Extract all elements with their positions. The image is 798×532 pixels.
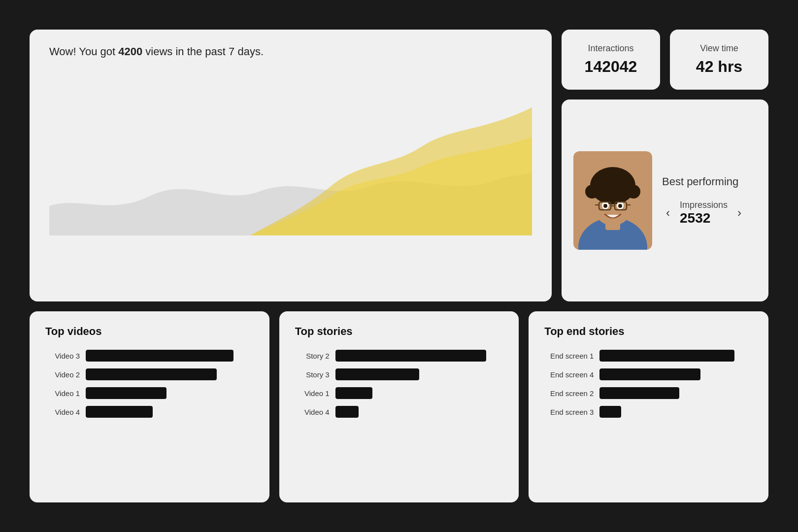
list-item: Story 3 <box>295 368 503 380</box>
top-videos-bars: Video 3Video 2Video 1Video 4 <box>45 350 254 418</box>
bar-label: Video 2 <box>45 370 80 379</box>
bar-fill <box>335 406 359 418</box>
viewtime-label: View time <box>700 43 738 54</box>
top-videos-card: Top videos Video 3Video 2Video 1Video 4 <box>30 311 269 502</box>
list-item: Story 2 <box>295 350 503 362</box>
top-stories-card: Top stories Story 2Story 3Video 1Video 4 <box>279 311 519 502</box>
bar-track <box>599 406 753 418</box>
bar-fill <box>599 350 734 362</box>
chart-title-bold: 4200 <box>118 45 142 58</box>
top-stories-title: Top stories <box>295 325 503 338</box>
top-end-stories-card: Top end stories End screen 1End screen 4… <box>529 311 768 502</box>
best-performing-card: Best performing ‹ Impressions 2532 › <box>562 100 768 301</box>
bottom-section: Top videos Video 3Video 2Video 1Video 4 … <box>30 311 768 502</box>
chart-title-pre: Wow! You got <box>49 45 118 58</box>
bar-label: Video 4 <box>45 408 80 416</box>
bar-label: Story 3 <box>295 370 330 379</box>
best-thumbnail <box>573 151 652 250</box>
list-item: Video 4 <box>295 406 503 418</box>
viewtime-value: 42 hrs <box>696 58 742 76</box>
list-item: End screen 3 <box>544 406 753 418</box>
list-item: Video 1 <box>45 387 254 399</box>
top-end-stories-title: Top end stories <box>544 325 753 338</box>
dashboard: Wow! You got 4200 views in the past 7 da… <box>30 30 768 502</box>
list-item: End screen 2 <box>544 387 753 399</box>
bar-fill <box>86 350 233 362</box>
top-videos-title: Top videos <box>45 325 254 338</box>
bar-label: End screen 3 <box>544 408 594 416</box>
person-illustration <box>573 151 652 250</box>
bar-track <box>86 350 254 362</box>
bar-label: Video 1 <box>295 389 330 398</box>
list-item: End screen 1 <box>544 350 753 362</box>
best-label: Best performing <box>662 175 757 188</box>
svg-point-11 <box>608 172 618 182</box>
prev-button[interactable]: ‹ <box>662 204 674 222</box>
best-nav: ‹ Impressions 2532 › <box>662 200 757 226</box>
list-item: End screen 4 <box>544 368 753 380</box>
bar-fill <box>599 387 679 399</box>
bar-fill <box>86 406 153 418</box>
bar-fill <box>335 387 372 399</box>
next-button[interactable]: › <box>733 204 745 222</box>
bar-label: Video 4 <box>295 408 330 416</box>
list-item: Video 3 <box>45 350 254 362</box>
bar-label: End screen 1 <box>544 352 594 360</box>
bar-label: Story 2 <box>295 352 330 360</box>
impressions-value: 2532 <box>680 210 728 226</box>
interactions-label: Interactions <box>588 43 633 54</box>
top-stories-bars: Story 2Story 3Video 1Video 4 <box>295 350 503 418</box>
impressions-label: Impressions <box>680 200 728 210</box>
top-end-stories-bars: End screen 1End screen 4End screen 2End … <box>544 350 753 418</box>
bar-track <box>335 387 503 399</box>
bar-fill <box>599 368 700 380</box>
chart-card: Wow! You got 4200 views in the past 7 da… <box>30 30 552 301</box>
impressions-info: Impressions 2532 <box>680 200 728 226</box>
best-info: Best performing ‹ Impressions 2532 › <box>662 175 757 226</box>
bar-track <box>86 406 254 418</box>
interactions-value: 142042 <box>585 58 637 76</box>
svg-point-15 <box>618 204 622 208</box>
chart-title: Wow! You got 4200 views in the past 7 da… <box>49 45 532 58</box>
list-item: Video 1 <box>295 387 503 399</box>
bar-track <box>599 387 753 399</box>
views-chart <box>49 68 532 235</box>
bar-track <box>335 368 503 380</box>
bar-fill <box>335 368 419 380</box>
chart-title-post: views in the past 7 days. <box>142 45 264 58</box>
bar-label: End screen 2 <box>544 389 594 398</box>
bar-fill <box>335 350 487 362</box>
bar-track <box>86 368 254 380</box>
list-item: Video 4 <box>45 406 254 418</box>
svg-point-14 <box>603 204 607 208</box>
bar-fill <box>86 368 217 380</box>
stat-row: Interactions 142042 View time 42 hrs <box>562 30 768 90</box>
list-item: Video 2 <box>45 368 254 380</box>
bar-track <box>86 387 254 399</box>
bar-fill <box>86 387 166 399</box>
bar-label: End screen 4 <box>544 370 594 379</box>
bar-track <box>599 368 753 380</box>
bar-track <box>335 350 503 362</box>
bar-label: Video 1 <box>45 389 80 398</box>
bar-fill <box>599 406 621 418</box>
bar-label: Video 3 <box>45 352 80 360</box>
bar-track <box>599 350 753 362</box>
stats-column: Interactions 142042 View time 42 hrs <box>562 30 768 301</box>
viewtime-card: View time 42 hrs <box>670 30 768 90</box>
bar-track <box>335 406 503 418</box>
interactions-card: Interactions 142042 <box>562 30 660 90</box>
